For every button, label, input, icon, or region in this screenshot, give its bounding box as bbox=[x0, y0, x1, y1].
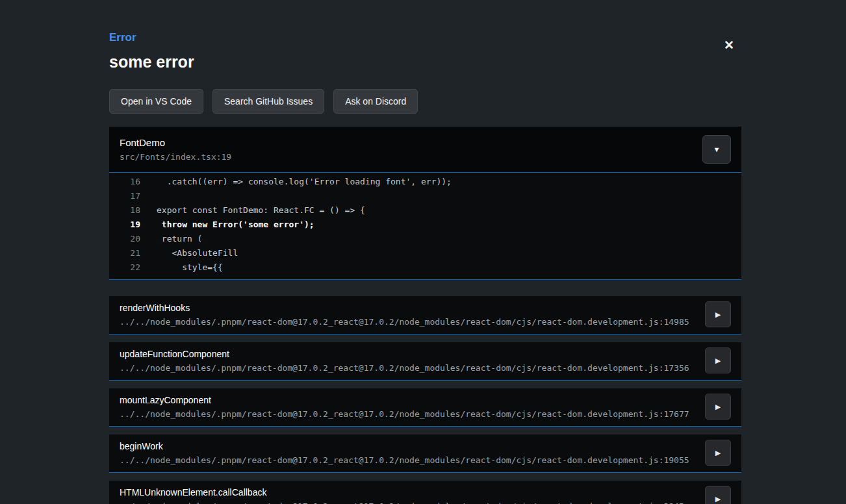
play-expand-icon: ▶ bbox=[715, 403, 721, 410]
expand-frame-button[interactable]: ▶ bbox=[705, 440, 731, 466]
code-snippet: 16 .catch((err) => console.log('Error lo… bbox=[109, 173, 741, 280]
collapse-frame-button[interactable]: ▼ bbox=[702, 135, 731, 164]
top-frame-titles: FontDemo src/Fonts/index.tsx:19 bbox=[120, 137, 231, 162]
code-text: export const FontDemo: React.FC = () => … bbox=[140, 203, 365, 218]
chevron-down-icon: ▼ bbox=[713, 146, 721, 153]
stack-frame-row: mountLazyComponent../../node_modules/.pn… bbox=[109, 388, 741, 427]
top-frame-header: FontDemo src/Fonts/index.tsx:19 ▼ bbox=[109, 127, 741, 173]
stack-frame-function: beginWork bbox=[120, 441, 696, 451]
expand-frame-button[interactable]: ▶ bbox=[705, 394, 731, 420]
error-message: some error bbox=[109, 53, 741, 71]
code-line: 16 .catch((err) => console.log('Error lo… bbox=[109, 175, 741, 189]
code-text: <AbsoluteFill bbox=[140, 246, 238, 260]
line-number: 19 bbox=[109, 218, 140, 232]
stack-frame-location: ../../node_modules/.pnpm/react-dom@17.0.… bbox=[120, 363, 696, 373]
code-text: .catch((err) => console.log('Error loadi… bbox=[140, 175, 452, 189]
code-line: 20 return ( bbox=[109, 232, 741, 246]
stack-frame-function: HTMLUnknownElement.callCallback bbox=[120, 487, 696, 498]
stack-frame-row: updateFunctionComponent../../node_module… bbox=[109, 342, 741, 381]
stack-frame-location: ../../node_modules/.pnpm/react-dom@17.0.… bbox=[120, 409, 696, 419]
expand-frame-button[interactable]: ▶ bbox=[705, 347, 731, 373]
top-frame-function: FontDemo bbox=[120, 137, 231, 148]
stack-frame-function: updateFunctionComponent bbox=[120, 349, 696, 359]
code-text: return ( bbox=[140, 232, 202, 246]
expand-frame-button[interactable]: ▶ bbox=[705, 301, 731, 327]
line-number: 21 bbox=[109, 246, 140, 260]
code-text: style={{ bbox=[140, 260, 223, 275]
open-in-vscode-button[interactable]: Open in VS Code bbox=[109, 89, 203, 114]
search-github-issues-button[interactable]: Search GitHub Issues bbox=[212, 89, 324, 114]
code-line: 22 style={{ bbox=[109, 260, 741, 275]
code-line: 21 <AbsoluteFill bbox=[109, 246, 741, 260]
play-expand-icon: ▶ bbox=[715, 496, 721, 503]
close-icon[interactable]: ✕ bbox=[724, 39, 734, 51]
line-number: 17 bbox=[109, 189, 140, 203]
action-buttons: Open in VS Code Search GitHub Issues Ask… bbox=[109, 89, 741, 114]
error-kind-label: Error bbox=[109, 0, 741, 44]
play-expand-icon: ▶ bbox=[715, 311, 721, 318]
stack-frame-function: renderWithHooks bbox=[120, 303, 696, 313]
stack-frame-row: beginWork../../node_modules/.pnpm/react-… bbox=[109, 435, 741, 473]
code-text bbox=[140, 189, 157, 203]
top-stack-frame-card: FontDemo src/Fonts/index.tsx:19 ▼ 16 .ca… bbox=[109, 127, 741, 280]
expand-frame-button[interactable]: ▶ bbox=[705, 486, 731, 504]
top-frame-location: src/Fonts/index.tsx:19 bbox=[120, 152, 231, 162]
play-expand-icon: ▶ bbox=[715, 357, 721, 364]
stack-frame-location: ../../node_modules/.pnpm/react-dom@17.0.… bbox=[120, 317, 696, 327]
stack-frame-row: HTMLUnknownElement.callCallback../../nod… bbox=[109, 481, 741, 504]
play-expand-icon: ▶ bbox=[715, 449, 721, 457]
stack-frame-row: renderWithHooks../../node_modules/.pnpm/… bbox=[109, 296, 741, 334]
stack-frame-location: ../../node_modules/.pnpm/react-dom@17.0.… bbox=[120, 455, 696, 465]
stack-frame-function: mountLazyComponent bbox=[120, 395, 696, 405]
line-number: 18 bbox=[109, 203, 140, 218]
code-line: 19 throw new Error('some error'); bbox=[109, 218, 741, 232]
code-text: throw new Error('some error'); bbox=[140, 218, 314, 232]
error-overlay: ✕ Error some error Open in VS Code Searc… bbox=[109, 0, 741, 504]
line-number: 22 bbox=[109, 260, 140, 275]
ask-on-discord-button[interactable]: Ask on Discord bbox=[333, 89, 418, 114]
line-number: 16 bbox=[109, 175, 140, 189]
stack-frame-location: ../../node_modules/.pnpm/react-dom@17.0.… bbox=[120, 501, 696, 504]
line-number: 20 bbox=[109, 232, 140, 246]
code-line: 17 bbox=[109, 189, 741, 203]
stack-frame-list: renderWithHooks../../node_modules/.pnpm/… bbox=[109, 296, 741, 504]
code-line: 18export const FontDemo: React.FC = () =… bbox=[109, 203, 741, 218]
